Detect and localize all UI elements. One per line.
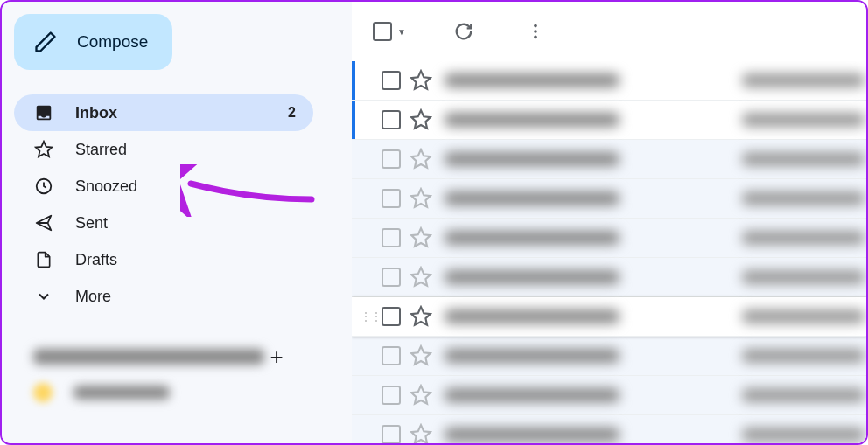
email-sender <box>444 270 620 284</box>
svg-marker-14 <box>411 425 430 443</box>
email-row[interactable]: ⋮⋮ <box>352 61 866 101</box>
star-icon[interactable] <box>410 187 432 210</box>
inbox-count: 2 <box>288 105 296 121</box>
star-icon[interactable] <box>410 423 432 443</box>
star-icon[interactable] <box>410 148 432 170</box>
star-icon[interactable] <box>410 108 432 131</box>
row-checkbox[interactable] <box>382 149 401 169</box>
checkbox-icon <box>373 22 392 41</box>
email-row[interactable]: ⋮⋮ <box>352 140 866 179</box>
email-row[interactable]: ⋮⋮ <box>352 179 866 219</box>
email-row[interactable]: ⋮⋮ <box>352 101 866 140</box>
label-item[interactable] <box>14 376 352 402</box>
labels-title <box>33 349 264 365</box>
main-panel: ▼ ⋮⋮ ⋮⋮ ⋮⋮ ⋮⋮ ⋮⋮ <box>352 2 866 443</box>
svg-point-4 <box>534 36 537 39</box>
sidebar: Compose Inbox 2 Starred Snoozed Sent <box>2 2 352 443</box>
svg-marker-6 <box>411 110 430 129</box>
toolbar: ▼ <box>352 2 866 61</box>
svg-marker-0 <box>36 142 52 156</box>
email-subject <box>742 309 864 323</box>
nav-label: Snoozed <box>75 177 296 196</box>
email-subject <box>742 428 864 442</box>
sidebar-item-more[interactable]: More <box>14 278 313 315</box>
email-row[interactable]: ⋮⋮ <box>352 258 866 297</box>
svg-marker-8 <box>411 189 430 207</box>
nav-label: Sent <box>75 214 296 233</box>
star-icon <box>33 139 54 160</box>
send-icon <box>33 212 54 233</box>
email-subject <box>742 113 864 127</box>
sidebar-item-snoozed[interactable]: Snoozed <box>14 168 313 205</box>
email-subject <box>742 388 864 402</box>
refresh-button[interactable] <box>444 12 483 51</box>
svg-marker-7 <box>411 149 430 168</box>
row-checkbox[interactable] <box>382 71 401 90</box>
email-row[interactable]: ⋮⋮ <box>352 415 866 443</box>
sidebar-item-drafts[interactable]: Drafts <box>14 241 313 278</box>
label-color-swatch <box>33 383 52 402</box>
compose-button[interactable]: Compose <box>14 14 172 70</box>
row-checkbox[interactable] <box>382 110 401 129</box>
caret-down-icon: ▼ <box>397 27 406 37</box>
nav-label: Drafts <box>75 251 296 269</box>
label-name <box>74 386 170 400</box>
star-icon[interactable] <box>410 226 432 249</box>
more-vert-icon <box>526 22 545 41</box>
row-checkbox[interactable] <box>382 425 401 443</box>
star-icon[interactable] <box>410 384 432 407</box>
more-menu-button[interactable] <box>516 12 555 51</box>
email-subject <box>742 270 864 284</box>
sidebar-item-inbox[interactable]: Inbox 2 <box>14 94 313 131</box>
row-checkbox[interactable] <box>382 189 401 208</box>
row-checkbox[interactable] <box>382 268 401 287</box>
email-sender <box>444 428 620 442</box>
row-checkbox[interactable] <box>382 386 401 405</box>
star-icon[interactable] <box>410 344 432 367</box>
row-checkbox[interactable] <box>382 228 401 247</box>
svg-marker-11 <box>411 307 430 325</box>
labels-header: + <box>14 344 313 369</box>
email-sender <box>444 73 620 87</box>
compose-label: Compose <box>77 32 148 52</box>
add-label-button[interactable]: + <box>264 344 289 369</box>
sidebar-item-sent[interactable]: Sent <box>14 205 313 241</box>
row-checkbox[interactable] <box>382 307 401 326</box>
email-row[interactable]: ⋮⋮ <box>352 219 866 258</box>
email-sender <box>444 231 620 245</box>
drag-handle-icon[interactable]: ⋮⋮ <box>362 309 378 323</box>
svg-marker-5 <box>411 71 430 89</box>
file-icon <box>33 249 54 270</box>
email-sender <box>444 388 620 402</box>
email-list: ⋮⋮ ⋮⋮ ⋮⋮ ⋮⋮ ⋮⋮ ⋮⋮ ⋮⋮ <box>352 61 866 443</box>
email-subject <box>742 152 864 166</box>
star-icon[interactable] <box>410 69 432 92</box>
sidebar-item-starred[interactable]: Starred <box>14 131 313 168</box>
email-sender <box>444 113 620 127</box>
clock-icon <box>33 176 54 197</box>
chevron-down-icon <box>33 286 54 307</box>
star-icon[interactable] <box>410 266 432 289</box>
email-row[interactable]: ⋮⋮ <box>352 337 866 376</box>
row-checkbox[interactable] <box>382 346 401 365</box>
star-icon[interactable] <box>410 305 432 328</box>
nav-label: Inbox <box>75 104 288 122</box>
inbox-icon <box>33 102 54 123</box>
email-subject <box>742 231 864 245</box>
email-sender <box>444 309 620 323</box>
email-row[interactable]: ⋮⋮ <box>352 376 866 415</box>
email-row[interactable]: ⋮⋮ <box>352 297 866 337</box>
email-sender <box>444 152 620 166</box>
refresh-icon <box>454 22 473 41</box>
email-sender <box>444 191 620 205</box>
email-subject <box>742 349 864 363</box>
select-all-checkbox[interactable]: ▼ <box>368 17 411 46</box>
nav-label: Starred <box>75 141 296 159</box>
nav-label: More <box>75 288 296 306</box>
svg-point-3 <box>534 30 537 33</box>
svg-marker-9 <box>411 228 430 247</box>
svg-marker-10 <box>411 268 430 286</box>
email-subject <box>742 191 864 205</box>
svg-marker-13 <box>411 386 430 404</box>
svg-point-2 <box>534 24 537 28</box>
